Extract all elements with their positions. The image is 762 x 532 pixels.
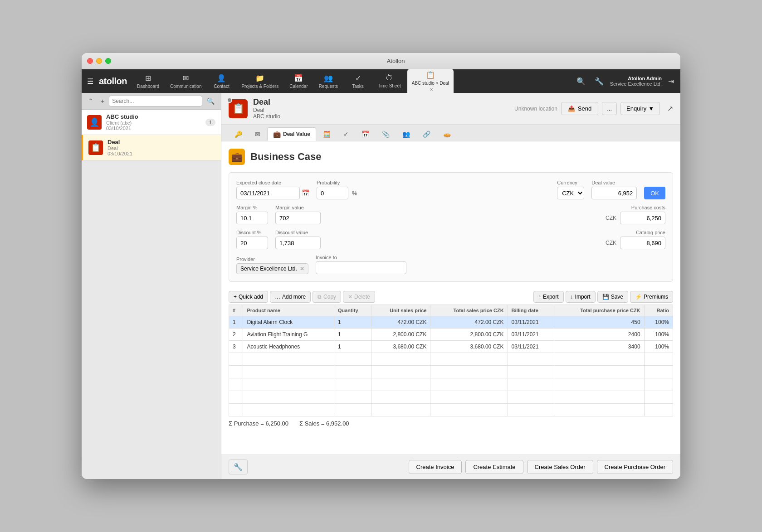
link-icon: 🔗 — [423, 131, 430, 138]
deal-value-input[interactable] — [591, 187, 637, 199]
create-purchase-order-button[interactable]: Create Purchase Order — [597, 460, 673, 474]
form-row-provider: Provider Service Excellence Ltd. ✕ Invoi… — [236, 255, 665, 274]
more-button[interactable]: ... — [602, 102, 617, 115]
discount-pct-input[interactable] — [236, 237, 268, 249]
minimize-button[interactable] — [96, 58, 102, 64]
create-invoice-button[interactable]: Create Invoice — [409, 460, 462, 474]
redirect-icon[interactable]: ↗ — [667, 104, 673, 113]
sidebar-item-sub-abc-studio: Client (abc) — [106, 120, 201, 126]
margin-pct-input[interactable] — [236, 212, 268, 224]
window-title: Atollon — [117, 58, 675, 64]
close-date-input[interactable] — [236, 187, 300, 199]
currency-select[interactable]: CZK — [557, 187, 584, 199]
nav-item-dashboard[interactable]: ⊞ Dashboard — [132, 72, 164, 91]
summary-purchase: Σ Purchase = 6,250.00 — [229, 420, 288, 427]
copy-icon: ⧉ — [318, 294, 322, 300]
key-icon: 🔑 — [234, 131, 242, 138]
enquiry-button[interactable]: Enquiry ▼ — [620, 102, 660, 115]
cell-quantity: 1 — [334, 341, 371, 353]
form-group-margin-pct: Margin % — [236, 205, 268, 224]
sidebar-item-abc-studio[interactable]: 👤 ABC studio Client (abc) 03/10/2021 1 — [82, 110, 221, 135]
nav-item-requests[interactable]: 👥 Requests — [314, 72, 342, 91]
subtab-contacts[interactable]: 👥 — [396, 127, 416, 141]
delete-button[interactable]: ✕ Delete — [343, 291, 375, 303]
copy-button[interactable]: ⧉ Copy — [313, 291, 341, 303]
content-area: 📋 Deal Deal ABC studio Unknown location … — [221, 93, 680, 479]
create-sales-order-button[interactable]: Create Sales Order — [527, 460, 593, 474]
create-estimate-button[interactable]: Create Estimate — [465, 460, 523, 474]
quick-add-button[interactable]: + Quick add — [229, 291, 268, 303]
subtab-calculator[interactable]: 🧮 — [317, 127, 337, 141]
subtab-key[interactable]: 🔑 — [229, 127, 248, 141]
subtab-link[interactable]: 🔗 — [417, 127, 436, 141]
sidebar-item-deal[interactable]: 📋 Deal Deal 03/10/2021 — [82, 135, 221, 160]
nav-item-tasks[interactable]: ✓ Tasks — [344, 72, 371, 91]
provider-remove-icon[interactable]: ✕ — [300, 266, 304, 272]
sidebar: ⌃ + 🔍 👤 ABC studio Client (abc) 03/10/20… — [82, 93, 221, 479]
dashboard-icon: ⊞ — [145, 74, 151, 82]
nav-label-contact: Contact — [214, 84, 229, 89]
table-row-empty — [229, 353, 673, 366]
user-info[interactable]: Atollon Admin Service Excellence Ltd. — [610, 76, 662, 87]
send-button[interactable]: 📤 Send — [561, 102, 598, 115]
hamburger-icon[interactable]: ☰ — [85, 75, 95, 87]
ok-button[interactable]: OK — [644, 187, 665, 199]
nav-item-projects[interactable]: 📁 Projects & Folders — [237, 72, 283, 91]
form-group-margin-value: Margin value — [275, 205, 321, 224]
sidebar-collapse-button[interactable]: ⌃ — [85, 96, 96, 106]
form-group-discount-pct: Discount % — [236, 230, 268, 249]
maximize-button[interactable] — [105, 58, 111, 64]
premiums-icon: ⚡ — [635, 294, 642, 300]
form-row-1: Expected close date 📅 Probability % — [236, 180, 665, 199]
nav-logo: ☰ atollon — [85, 75, 127, 87]
table-row[interactable]: 2 Aviation Flight Training G 1 2,800.00 … — [229, 329, 673, 341]
table-row[interactable]: 1 Digital Alarm Clock 1 472.00 CZK 472.0… — [229, 316, 673, 329]
sidebar-add-button[interactable]: + — [98, 96, 107, 106]
sidebar-badge-abc-studio: 1 — [205, 119, 215, 126]
nav-item-contact[interactable]: 👤 Contact — [208, 72, 235, 91]
margin-value-input[interactable] — [275, 212, 321, 224]
nav-item-abc-deal[interactable]: 📋 ABC studio > Deal ✕ — [407, 69, 454, 94]
settings-icon[interactable]: 🔧 — [592, 74, 606, 88]
subtab-tasks[interactable]: ✓ — [337, 127, 355, 141]
nav-item-communication[interactable]: ✉ Communication — [166, 72, 206, 91]
catalog-price-input[interactable] — [620, 237, 665, 249]
subtab-email[interactable]: ✉ — [249, 127, 266, 141]
nav-item-calendar[interactable]: 📅 Calendar — [285, 72, 313, 91]
invoice-to-input[interactable] — [316, 261, 406, 274]
export-button[interactable]: ↑ Export — [533, 291, 564, 303]
summary-row: Σ Purchase = 6,250.00 Σ Sales = 6,952.00 — [229, 416, 673, 430]
subtab-calendar[interactable]: 📅 — [356, 127, 375, 141]
cell-total-sales-price: 472.00 CZK — [430, 316, 508, 329]
save-button[interactable]: 💾 Save — [597, 291, 628, 303]
sidebar-search-input[interactable] — [109, 96, 202, 106]
purchase-costs-input[interactable] — [620, 212, 665, 224]
add-more-label: Add more — [282, 294, 306, 300]
location-text: Unknown location — [514, 106, 557, 112]
content-header: 📋 Deal Deal ABC studio Unknown location … — [221, 93, 680, 125]
import-button[interactable]: ↓ Import — [566, 291, 596, 303]
discount-value-input[interactable] — [275, 237, 321, 249]
subtab-attach[interactable]: 📎 — [376, 127, 396, 141]
wrench-button[interactable]: 🔧 — [229, 459, 248, 474]
business-case-content: 💼 Business Case Expected close date 📅 — [221, 141, 680, 455]
sidebar-search-button[interactable]: 🔍 — [204, 96, 217, 106]
logout-icon[interactable]: ⇥ — [665, 74, 677, 88]
add-more-button[interactable]: … Add more — [270, 291, 311, 303]
tasks-icon: ✓ — [355, 74, 361, 82]
subtab-chart[interactable]: 🥧 — [437, 127, 457, 141]
email-icon: ✉ — [255, 131, 260, 138]
premiums-button[interactable]: ⚡ Premiums — [630, 291, 673, 303]
business-case-header: 💼 Business Case — [229, 149, 673, 165]
calendar-picker-icon[interactable]: 📅 — [302, 189, 309, 197]
tab-close-icon[interactable]: ✕ — [430, 87, 433, 92]
search-icon[interactable]: 🔍 — [574, 74, 588, 88]
subtabs: 🔑 ✉ 💼 Deal Value 🧮 ✓ 📅 📎 👥 🔗 🥧 — [221, 125, 680, 141]
table-row[interactable]: 3 Acoustic Headphones 1 3,680.00 CZK 3,6… — [229, 341, 673, 353]
projects-icon: 📁 — [255, 74, 264, 82]
probability-input[interactable] — [317, 187, 348, 199]
subtab-deal-value[interactable]: 💼 Deal Value — [267, 127, 316, 141]
close-button[interactable] — [87, 58, 93, 64]
cell-total-purchase-price: 2400 — [554, 329, 645, 341]
nav-item-timesheet[interactable]: ⏱ Time Sheet — [373, 72, 405, 90]
